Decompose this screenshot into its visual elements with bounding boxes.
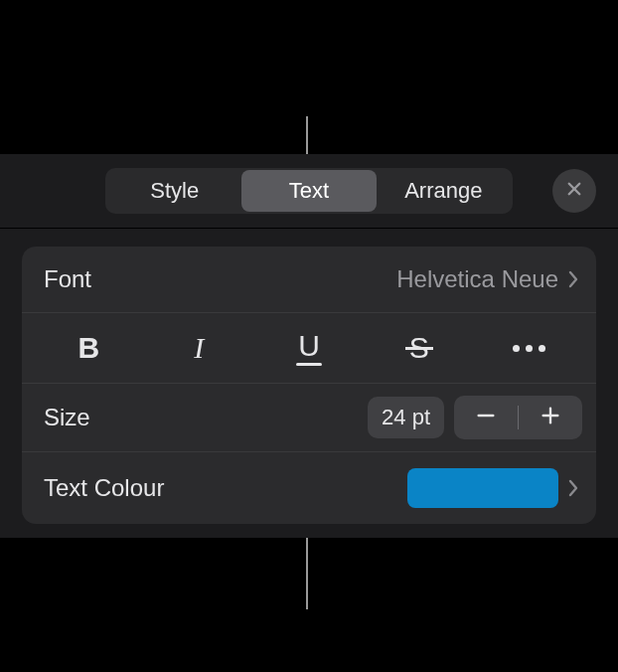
size-row: Size 24 pt	[22, 383, 596, 451]
italic-button[interactable]: I	[159, 323, 238, 373]
italic-icon: I	[194, 333, 204, 363]
tab-text[interactable]: Text	[241, 170, 376, 212]
segmented-control: Style Text Arrange	[105, 168, 513, 214]
size-label: Size	[44, 404, 90, 431]
tab-arrange[interactable]: Arrange	[377, 170, 511, 212]
font-value: Helvetica Neue	[396, 265, 558, 293]
underline-icon: U	[296, 331, 322, 366]
panel-content: Font Helvetica Neue B I U	[0, 229, 618, 538]
chevron-right-icon	[568, 479, 578, 497]
tab-style[interactable]: Style	[107, 170, 241, 212]
size-decrement-button[interactable]	[454, 396, 518, 439]
chevron-right-icon	[568, 270, 578, 288]
strikethrough-icon: S	[409, 333, 429, 363]
minus-icon	[475, 405, 497, 430]
panel-header: Style Text Arrange	[0, 168, 618, 228]
callout-pointer-bottom	[306, 538, 308, 609]
style-row: B I U S	[22, 312, 596, 383]
size-value: 24 pt	[382, 405, 430, 429]
text-colour-row[interactable]: Text Colour	[22, 451, 596, 524]
more-options-button[interactable]	[490, 323, 569, 373]
font-row[interactable]: Font Helvetica Neue	[22, 247, 596, 312]
bold-icon: B	[78, 333, 100, 363]
strikethrough-button[interactable]: S	[380, 323, 459, 373]
underline-button[interactable]: U	[269, 323, 349, 373]
size-stepper	[454, 396, 582, 439]
close-button[interactable]	[552, 169, 596, 213]
more-icon	[513, 345, 545, 352]
format-panel: Style Text Arrange Font Helvetica Neue	[0, 154, 618, 538]
size-increment-button[interactable]	[519, 396, 582, 439]
text-options-card: Font Helvetica Neue B I U	[22, 247, 596, 524]
size-value-button[interactable]: 24 pt	[368, 397, 444, 438]
bold-button[interactable]: B	[49, 323, 128, 373]
text-colour-swatch[interactable]	[407, 468, 558, 508]
text-colour-label: Text Colour	[44, 474, 164, 502]
plus-icon	[540, 405, 561, 430]
close-icon	[565, 180, 583, 202]
font-label: Font	[44, 265, 91, 293]
